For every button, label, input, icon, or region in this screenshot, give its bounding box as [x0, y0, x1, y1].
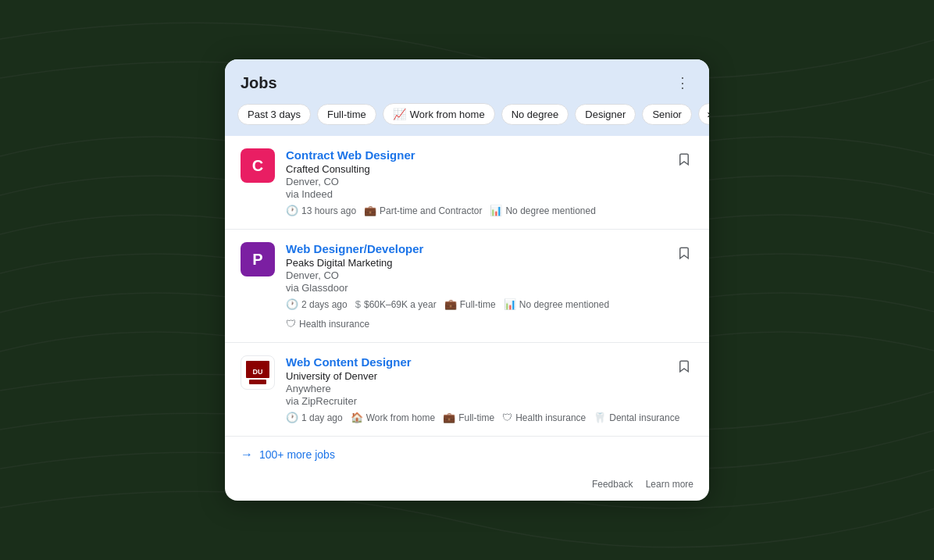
- filter-fulltime-label: Full-time: [327, 109, 366, 120]
- meta-degree: 📊 No degree mentioned: [490, 205, 595, 216]
- shield-icon: 🛡: [286, 318, 296, 330]
- dollar-icon: $: [355, 298, 361, 310]
- job-source: via Indeed: [286, 188, 693, 200]
- filter-past3days-label: Past 3 days: [248, 109, 301, 120]
- job-title[interactable]: Web Content Designer: [286, 355, 693, 369]
- meta-health: 🛡 Health insurance: [502, 412, 586, 423]
- more-jobs-label: 100+ more jobs: [259, 448, 335, 461]
- svg-text:DU: DU: [253, 368, 263, 376]
- meta-dental: 🦷 Dental insurance: [594, 412, 679, 423]
- arrow-icon: →: [241, 448, 253, 462]
- filter-workfromhome-label: Work from home: [410, 109, 485, 120]
- job-meta: 🕐 2 days ago $ $60K–69K a year 💼 Full-ti…: [286, 298, 693, 330]
- filter-designer[interactable]: Designer: [575, 104, 636, 125]
- more-menu-button[interactable]: ⋮: [672, 72, 693, 94]
- meta-time: 🕐 2 days ago: [286, 298, 348, 310]
- card-header: Jobs ⋮: [225, 59, 709, 103]
- jobs-list: C Contract Web Designer Crafted Consulti…: [225, 136, 709, 436]
- filter-nodegree[interactable]: No degree: [501, 104, 569, 125]
- filter-workfromhome[interactable]: 📈 Work from home: [383, 103, 495, 125]
- bookmark-button[interactable]: [672, 354, 697, 379]
- briefcase-icon: 💼: [444, 298, 457, 310]
- job-meta: 🕐 1 day ago 🏠 Work from home 💼 Full-time…: [286, 412, 693, 423]
- page-title: Jobs: [241, 74, 277, 92]
- filters-scroll-right[interactable]: ›: [698, 103, 709, 125]
- briefcase-icon: 💼: [443, 412, 455, 423]
- job-title[interactable]: Web Designer/Developer: [286, 242, 693, 255]
- bar-chart-icon: 📊: [490, 205, 502, 216]
- job-location: Denver, CO: [286, 269, 693, 281]
- filter-nodegree-label: No degree: [512, 109, 559, 120]
- clock-icon: 🕐: [286, 412, 298, 423]
- filter-past3days[interactable]: Past 3 days: [237, 104, 311, 125]
- meta-degree: 📊 No degree mentioned: [504, 298, 609, 310]
- job-company: University of Denver: [286, 370, 693, 382]
- meta-salary: $ $60K–69K a year: [355, 298, 437, 310]
- meta-time: 🕐 1 day ago: [286, 412, 343, 423]
- job-location: Denver, CO: [286, 176, 693, 187]
- job-item: DU Web Content Designer University of De…: [225, 343, 709, 436]
- more-jobs-row: → 100+ more jobs: [225, 436, 709, 473]
- tooth-icon: 🦷: [594, 412, 606, 423]
- meta-wfh: 🏠 Work from home: [351, 412, 435, 423]
- jobs-card: Jobs ⋮ Past 3 days Full-time 📈 Work from…: [225, 59, 709, 501]
- meta-health: 🛡 Health insurance: [286, 318, 369, 330]
- meta-time: 🕐 13 hours ago: [286, 205, 356, 216]
- learn-more-link[interactable]: Learn more: [646, 479, 693, 490]
- filter-senior[interactable]: Senior: [642, 104, 692, 125]
- more-jobs-link[interactable]: → 100+ more jobs: [241, 448, 693, 462]
- company-logo-crafted: C: [241, 148, 275, 183]
- home-icon: 🏠: [351, 412, 363, 423]
- clock-icon: 🕐: [286, 205, 298, 216]
- job-info: Contract Web Designer Crafted Consulting…: [286, 148, 693, 216]
- job-info: Web Designer/Developer Peaks Digital Mar…: [286, 242, 693, 330]
- bookmark-button[interactable]: [672, 241, 697, 266]
- shield-icon: 🛡: [502, 412, 512, 423]
- filter-designer-label: Designer: [585, 109, 626, 120]
- svg-rect-3: [249, 380, 266, 384]
- bar-chart-icon: 📊: [504, 298, 516, 310]
- feedback-link[interactable]: Feedback: [592, 479, 633, 490]
- job-meta: 🕐 13 hours ago 💼 Part-time and Contracto…: [286, 205, 693, 216]
- trending-icon: 📈: [393, 108, 406, 120]
- briefcase-icon: 💼: [364, 205, 376, 216]
- meta-job-type: 💼 Full-time: [443, 412, 494, 423]
- job-item: P Web Designer/Developer Peaks Digital M…: [225, 230, 709, 343]
- company-logo-peaks: P: [241, 242, 275, 276]
- job-location: Anywhere: [286, 383, 693, 394]
- clock-icon: 🕐: [286, 298, 298, 310]
- job-title[interactable]: Contract Web Designer: [286, 148, 693, 162]
- meta-job-type: 💼 Part-time and Contractor: [364, 205, 482, 216]
- filter-senior-label: Senior: [652, 109, 682, 120]
- bookmark-button[interactable]: [672, 147, 697, 172]
- meta-job-type: 💼 Full-time: [444, 298, 496, 310]
- job-info: Web Content Designer University of Denve…: [286, 355, 693, 423]
- job-company: Crafted Consulting: [286, 163, 693, 175]
- filters-row: Past 3 days Full-time 📈 Work from home N…: [225, 103, 709, 136]
- footer-row: Feedback Learn more: [225, 473, 709, 501]
- company-logo-denver: DU: [241, 355, 275, 390]
- job-source: via ZipRecruiter: [286, 395, 693, 407]
- job-company: Peaks Digital Marketing: [286, 257, 693, 269]
- job-item: C Contract Web Designer Crafted Consulti…: [225, 136, 709, 230]
- job-source: via Glassdoor: [286, 282, 693, 294]
- filter-fulltime[interactable]: Full-time: [317, 104, 376, 125]
